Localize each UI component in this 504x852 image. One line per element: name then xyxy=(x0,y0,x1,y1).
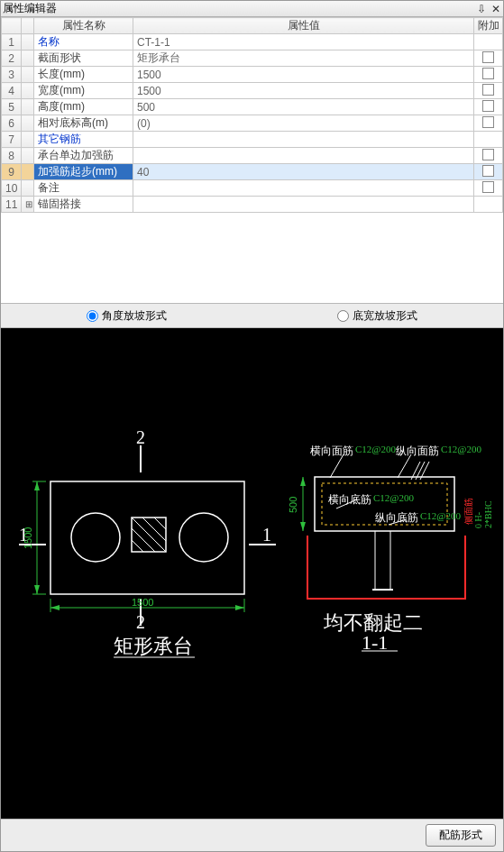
prop-value[interactable]: 40 xyxy=(133,164,474,180)
add-checkbox-cell[interactable] xyxy=(474,99,503,115)
prop-name: 锚固搭接 xyxy=(34,197,133,213)
prop-name: 其它钢筋 xyxy=(34,132,133,148)
svg-line-8 xyxy=(154,518,166,529)
side-v: 0 H-2*BHC xyxy=(473,499,493,528)
close-icon[interactable]: ✕ xyxy=(490,3,501,15)
checkbox-icon[interactable] xyxy=(482,100,494,112)
col-expand xyxy=(22,18,34,34)
svg-marker-30 xyxy=(300,522,306,531)
bottom-bar: 配筋形式 xyxy=(1,819,503,851)
checkbox-icon[interactable] xyxy=(482,181,494,193)
lbl-top-l-v: C12@200 xyxy=(355,444,396,454)
radio-angle[interactable]: 角度放坡形式 xyxy=(87,308,167,324)
svg-marker-13 xyxy=(235,605,244,610)
prop-name: 承台单边加强筋 xyxy=(34,148,133,164)
expand-icon xyxy=(22,67,34,83)
section-mark-2-bot: 2 xyxy=(136,612,145,633)
add-checkbox-cell[interactable] xyxy=(474,50,503,67)
table-row[interactable]: 1名称CT-1-1 xyxy=(2,34,503,50)
row-number: 11 xyxy=(2,197,22,213)
prop-name: 高度(mm) xyxy=(34,99,133,115)
checkbox-icon[interactable] xyxy=(482,149,494,160)
row-number: 2 xyxy=(2,50,22,67)
svg-rect-0 xyxy=(50,481,244,594)
row-number: 10 xyxy=(2,180,22,197)
add-checkbox-cell[interactable] xyxy=(474,180,503,197)
expand-icon xyxy=(22,164,34,180)
lbl-top-r: 纵向面筋 xyxy=(396,444,439,459)
prop-value[interactable]: 1500 xyxy=(133,83,474,99)
table-row[interactable]: 11⊞锚固搭接 xyxy=(2,197,503,213)
lbl-mid-v: C12@200 xyxy=(373,492,414,503)
prop-value[interactable]: 1500 xyxy=(133,67,474,83)
row-number: 1 xyxy=(2,34,22,50)
lbl-mid: 横向底筋 xyxy=(328,492,371,508)
prop-value[interactable] xyxy=(133,148,474,164)
checkbox-icon[interactable] xyxy=(482,165,494,177)
row-number: 3 xyxy=(2,67,22,83)
col-rownum xyxy=(2,18,22,34)
table-row[interactable]: 9加强筋起步(mm)40 xyxy=(2,164,503,180)
prop-value[interactable] xyxy=(133,197,474,213)
prop-name: 截面形状 xyxy=(34,50,133,67)
expand-icon[interactable]: ⊞ xyxy=(22,197,34,213)
property-grid[interactable]: 属性名称 属性值 附加 1名称CT-1-12截面形状矩形承台3长度(mm)150… xyxy=(1,17,503,213)
prop-name: 名称 xyxy=(34,34,133,50)
lbl-bot-v: C12@200 xyxy=(420,510,461,521)
expand-icon xyxy=(22,132,34,148)
row-number: 7 xyxy=(2,132,22,148)
table-row[interactable]: 3长度(mm)1500 xyxy=(2,67,503,83)
checkbox-icon[interactable] xyxy=(482,84,494,96)
table-row[interactable]: 4宽度(mm)1500 xyxy=(2,83,503,99)
table-row[interactable]: 7其它钢筋 xyxy=(2,132,503,148)
add-checkbox-cell[interactable] xyxy=(474,115,503,132)
section-mark-1-right: 1 xyxy=(262,525,271,545)
prop-name: 长度(mm) xyxy=(34,67,133,83)
lbl-top-r-v: C12@200 xyxy=(441,444,481,454)
table-row[interactable]: 5高度(mm)500 xyxy=(2,99,503,115)
table-row[interactable]: 2截面形状矩形承台 xyxy=(2,50,503,67)
pin-icon[interactable]: ⇩ xyxy=(476,3,487,15)
col-value: 属性值 xyxy=(133,18,474,34)
lbl-bot: 纵向底筋 xyxy=(375,510,418,526)
row-number: 6 xyxy=(2,115,22,132)
prop-value[interactable] xyxy=(133,132,474,148)
dim-v: 1500 xyxy=(23,527,33,549)
expand-icon xyxy=(22,180,34,197)
svg-marker-18 xyxy=(34,585,40,594)
radio-width[interactable]: 底宽放坡形式 xyxy=(337,308,417,324)
expand-icon xyxy=(22,50,34,67)
prop-value[interactable]: CT-1-1 xyxy=(133,34,474,50)
svg-line-4 xyxy=(132,518,166,552)
expand-icon xyxy=(22,115,34,132)
add-checkbox-cell[interactable] xyxy=(474,67,503,83)
expand-icon xyxy=(22,148,34,164)
prop-name: 加强筋起步(mm) xyxy=(34,164,133,180)
svg-marker-17 xyxy=(34,481,40,490)
add-checkbox-cell[interactable] xyxy=(474,83,503,99)
table-row[interactable]: 10备注 xyxy=(2,180,503,197)
radio-width-input[interactable] xyxy=(337,310,349,322)
add-checkbox-cell xyxy=(474,197,503,213)
prop-name: 宽度(mm) xyxy=(34,83,133,99)
window-title: 属性编辑器 xyxy=(3,1,476,16)
prop-value[interactable]: 矩形承台 xyxy=(133,50,474,67)
prop-value[interactable]: (0) xyxy=(133,115,474,132)
expand-icon xyxy=(22,34,34,50)
checkbox-icon[interactable] xyxy=(482,68,494,79)
titlebar: 属性编辑器 ⇩ ✕ xyxy=(1,1,503,17)
prop-value[interactable]: 500 xyxy=(133,99,474,115)
add-checkbox-cell[interactable] xyxy=(474,148,503,164)
checkbox-icon[interactable] xyxy=(482,116,494,128)
checkbox-icon[interactable] xyxy=(482,51,494,63)
rebar-form-button[interactable]: 配筋形式 xyxy=(426,824,496,847)
svg-point-1 xyxy=(71,513,120,562)
table-row[interactable]: 8承台单边加强筋 xyxy=(2,148,503,164)
radio-angle-input[interactable] xyxy=(87,310,98,322)
prop-value[interactable] xyxy=(133,180,474,197)
table-row[interactable]: 6相对底标高(m)(0) xyxy=(2,115,503,132)
section-mark-2-top: 2 xyxy=(136,427,145,448)
add-checkbox-cell xyxy=(474,132,503,148)
add-checkbox-cell[interactable] xyxy=(474,164,503,180)
titlebar-icons: ⇩ ✕ xyxy=(476,3,501,15)
